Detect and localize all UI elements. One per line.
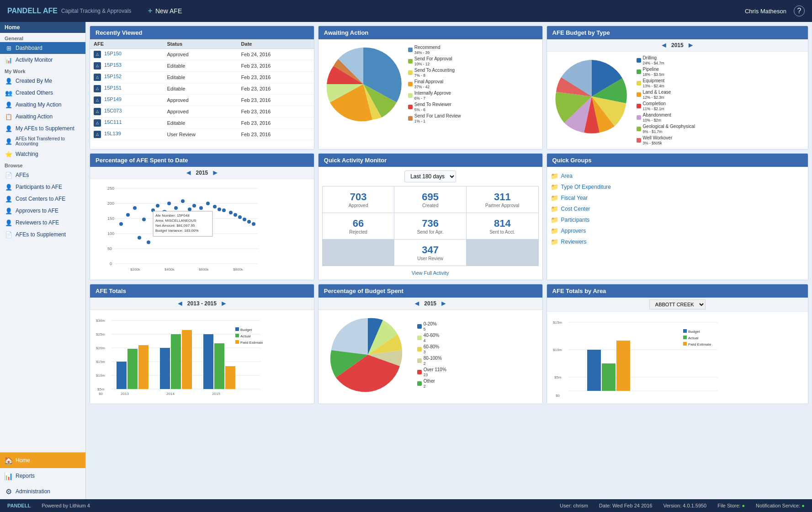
rv-afe-cell: △ 15P149 [90, 95, 164, 106]
qg-item-area[interactable]: 📁 Area [551, 171, 804, 181]
sidebar-item-created-others[interactable]: 👥 Created Others [0, 87, 85, 99]
afe-link[interactable]: 15P150 [104, 51, 122, 56]
sidebar-item-activity-monitor[interactable]: 📊 Activity Monitor [0, 54, 85, 66]
sidebar-item-afes[interactable]: 📄 AFEs [0, 169, 85, 181]
sidebar-item-cost-centers[interactable]: 👤 Cost Centers to AFE [0, 193, 85, 205]
view-full-activity-link[interactable]: View Full Activity [412, 270, 449, 276]
afe-budget-year-bar: ◄ 2015 ► [547, 39, 808, 52]
sidebar-bottom-home[interactable]: 🏠 Home [0, 453, 85, 468]
sidebar-item-my-afes-supplement[interactable]: 👤 My AFEs to Supplement [0, 123, 85, 134]
sidebar-item-afes-not-transferred[interactable]: 👤 AFEs Not Transferred to Accounting [0, 134, 85, 148]
sidebar-item-reviewers[interactable]: 👤 Reviewers to AFE [0, 217, 85, 229]
quick-activity-period-select[interactable]: Last 30 days Last 60 days Last 90 days L… [404, 171, 456, 182]
afe-link[interactable]: 15P149 [104, 96, 122, 102]
rv-afe-cell: △ 15P153 [90, 60, 164, 72]
qg-item-approvers[interactable]: 📁 Approvers [551, 225, 804, 236]
svg-point-33 [229, 211, 233, 214]
svg-rect-60 [127, 349, 138, 389]
afe-budget-next[interactable]: ► [684, 41, 698, 49]
legend-send-approval: Send For Approval10% - 12 [408, 56, 461, 66]
sidebar-item-participants[interactable]: 👤 Participants to AFE [0, 181, 85, 193]
new-afe-button[interactable]: + New AFE [142, 4, 187, 19]
pct-budget-card: Percentage of Budget Spent ◄ 2015 ► [318, 284, 543, 404]
afe-link[interactable]: 15C111 [104, 119, 122, 125]
svg-point-37 [247, 220, 251, 224]
sidebar-bottom-reports[interactable]: 📊 Reports [0, 468, 85, 484]
svg-text:Field Estimate: Field Estimate [688, 342, 711, 347]
rv-afe-cell: △ 15L139 [90, 129, 164, 140]
reports-icon: 📊 [5, 472, 13, 480]
sidebar-item-awaiting-my-action[interactable]: 👤 Awaiting My Action [0, 99, 85, 111]
sidebar-item-created-by-me[interactable]: 👤 Created By Me [0, 75, 85, 87]
qg-item-reviewers[interactable]: 📁 Reviewers [551, 236, 804, 247]
qg-item-fiscal-year[interactable]: 📁 Fiscal Year [551, 192, 804, 203]
pct-spent-prev[interactable]: ◄ [181, 169, 196, 177]
app-subtitle: Capital Tracking & Approvals [61, 8, 131, 14]
area-select[interactable]: ABBOTT CREEK [649, 299, 706, 309]
sidebar: Home General ⊞ Dashboard 📊 Activity Moni… [0, 22, 86, 499]
sidebar-item-dashboard[interactable]: ⊞ Dashboard [0, 42, 85, 54]
sidebar-item-watching[interactable]: ⭐ Watching [0, 148, 85, 160]
created-by-me-icon: 👤 [5, 77, 13, 85]
sidebar-item-afes-supplement[interactable]: 📄 AFEs to Supplement [0, 229, 85, 240]
sidebar-item-approvers[interactable]: 👤 Approvers to AFE [0, 205, 85, 217]
svg-rect-63 [171, 334, 181, 389]
sidebar-section-home: Home [0, 22, 85, 33]
afe-link[interactable]: 15P153 [104, 62, 122, 68]
legend-dot-pipeline [637, 69, 641, 74]
statusbar-notification: Notification Service: ● [756, 503, 805, 508]
svg-rect-88 [683, 329, 687, 333]
activity-monitor-icon: 📊 [5, 56, 13, 64]
afe-link[interactable]: 15C073 [104, 108, 122, 113]
dashboard-icon: ⊞ [5, 44, 13, 52]
svg-text:$10m: $10m [553, 348, 562, 352]
pct-budget-body: 0-20%5 40-60%4 60-80%3 80-100%2 [318, 310, 542, 400]
sidebar-bottom-admin[interactable]: ⚙ Administration [0, 484, 85, 499]
user-menu[interactable]: Chris Matheson [745, 8, 786, 15]
afe-totals-area-header: AFE Totals by Area [547, 284, 808, 298]
afe-totals-next[interactable]: ► [217, 299, 231, 308]
svg-text:2013: 2013 [121, 392, 129, 396]
svg-point-30 [213, 205, 217, 208]
awaiting-pie-chart [322, 43, 404, 125]
legend-over-110: Over 110%23 [417, 367, 446, 377]
svg-text:$0: $0 [99, 392, 103, 396]
afe-budget-prev[interactable]: ◄ [657, 41, 671, 49]
afe-link[interactable]: 15P152 [104, 74, 122, 79]
qg-item-type-expenditure[interactable]: 📁 Type Of Expenditure [551, 181, 804, 192]
pct-spent-header: Percentage of AFE Spent to Date [90, 154, 314, 167]
created-others-icon: 👥 [5, 89, 13, 97]
pct-budget-prev[interactable]: ◄ [410, 299, 425, 308]
qa-cell-send-for-apr: 736 Send for Apr. [394, 213, 466, 239]
svg-rect-67 [225, 366, 235, 389]
col-afe: AFE [90, 39, 164, 49]
svg-text:100: 100 [107, 231, 114, 236]
folder-icon-cost-center: 📁 [551, 205, 558, 213]
rv-afe-cell: △ 15P150 [90, 49, 164, 60]
afe-totals-prev[interactable]: ◄ [173, 299, 187, 308]
help-button[interactable]: ? [794, 5, 805, 16]
afe-link[interactable]: 15P151 [104, 85, 122, 91]
pct-spent-year-bar: ◄ 2015 ► [90, 167, 314, 179]
qg-item-cost-center[interactable]: 📁 Cost Center [551, 203, 804, 214]
qg-item-participants[interactable]: 📁 Participants [551, 214, 804, 225]
pct-budget-next[interactable]: ► [436, 299, 451, 308]
afe-type-icon: △ [94, 96, 101, 104]
awaiting-action-header: Awaiting Action [318, 26, 542, 39]
afe-type-icon: △ [94, 131, 101, 138]
svg-point-38 [252, 222, 255, 226]
sidebar-item-awaiting-action[interactable]: 📋 Awaiting Action [0, 111, 85, 123]
pct-spent-next[interactable]: ► [208, 169, 223, 177]
svg-point-23 [167, 202, 171, 205]
table-row: △ 15P150 Approved Feb 24, 2016 [90, 49, 314, 60]
rv-date-cell: Feb 23, 2016 [238, 60, 314, 72]
svg-point-18 [133, 206, 137, 210]
legend-recommend: Recommend34% - 39 [408, 45, 461, 55]
svg-point-26 [188, 208, 191, 211]
legend-send-land: Send For Land Review1% - 1 [408, 113, 461, 123]
afe-totals-area-controls: ABBOTT CREEK [547, 298, 808, 312]
folder-icon-area: 📁 [551, 172, 558, 180]
svg-text:Area: MISCELLANEOUS: Area: MISCELLANEOUS [155, 219, 196, 223]
svg-text:50: 50 [107, 246, 112, 251]
afe-link[interactable]: 15L139 [104, 131, 121, 136]
